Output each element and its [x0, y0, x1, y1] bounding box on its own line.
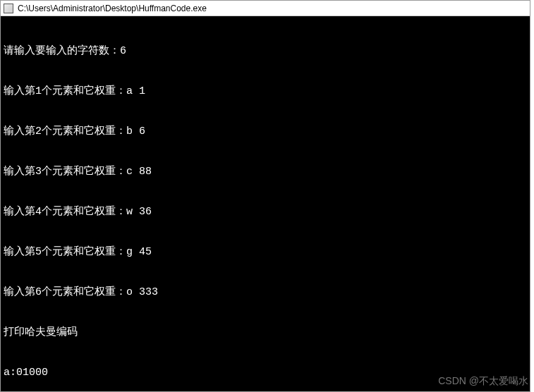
console-line: 输入第2个元素和它权重：b 6 [4, 125, 527, 138]
titlebar[interactable]: C:\Users\Administrator\Desktop\HuffmanCo… [1, 1, 530, 16]
window-title: C:\Users\Administrator\Desktop\HuffmanCo… [18, 4, 207, 13]
console-line: 输入第3个元素和它权重：c 88 [4, 165, 527, 178]
console-line: 输入第5个元素和它权重：g 45 [4, 245, 527, 259]
console-output[interactable]: 请输入要输入的字符数：6 输入第1个元素和它权重：a 1 输入第2个元素和它权重… [1, 16, 530, 391]
console-line: 输入第4个元素和它权重：w 36 [4, 205, 527, 219]
console-line: 输入第6个元素和它权重：o 333 [4, 286, 527, 299]
console-window: C:\Users\Administrator\Desktop\HuffmanCo… [0, 0, 530, 392]
app-icon [4, 4, 13, 13]
console-line: 输入第1个元素和它权重：a 1 [4, 85, 527, 98]
console-line: 打印哈夫曼编码 [4, 326, 527, 339]
console-line: a:01000 [4, 366, 527, 379]
console-line: 请输入要输入的字符数：6 [4, 44, 527, 58]
